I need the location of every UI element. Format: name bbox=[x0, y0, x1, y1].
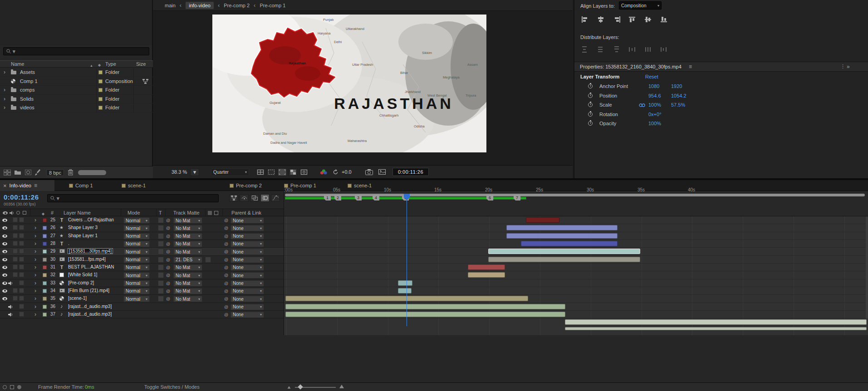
matte-pickwhip-icon[interactable] bbox=[166, 217, 170, 223]
label-color-chip[interactable] bbox=[98, 70, 103, 74]
tab-label[interactable]: Comp 1 bbox=[75, 183, 93, 188]
layer-name[interactable]: [scene-1] bbox=[68, 296, 87, 301]
resolution-dropdown[interactable]: Quarter bbox=[211, 168, 249, 176]
project-column-headers[interactable]: Name Type Size bbox=[0, 60, 153, 68]
table-row[interactable]: 37 [rajast...d_audio.mp3] None bbox=[0, 311, 284, 318]
blend-mode-dropdown[interactable]: Normal bbox=[123, 296, 150, 302]
parent-pickwhip-icon[interactable] bbox=[224, 272, 228, 278]
draft-mode-icon[interactable] bbox=[10, 385, 14, 389]
trash-icon[interactable] bbox=[68, 169, 73, 176]
layer-name[interactable]: [rajast...d_audio.mp3] bbox=[68, 312, 112, 317]
table-row[interactable]: 33 [Pre-comp 2] Normal No Mat None bbox=[0, 279, 284, 287]
trkmat-toggle[interactable] bbox=[158, 296, 164, 302]
align-right-icon[interactable] bbox=[612, 15, 622, 24]
parent-pickwhip-icon[interactable] bbox=[224, 241, 228, 246]
label-color-chip[interactable] bbox=[43, 258, 47, 262]
matte-pickwhip-icon[interactable] bbox=[166, 280, 170, 286]
matte-pickwhip-icon[interactable] bbox=[166, 225, 170, 230]
matte-pickwhip-icon[interactable] bbox=[166, 264, 170, 270]
distribute-right-icon[interactable] bbox=[659, 45, 669, 54]
layer-duration-bar[interactable] bbox=[488, 257, 640, 262]
project-row-videos[interactable]: videos Folder bbox=[0, 103, 153, 112]
column-name[interactable]: Name bbox=[11, 61, 24, 67]
layer-name[interactable]: [153581...fps.mp4] bbox=[68, 257, 106, 262]
expand-arrow-icon[interactable] bbox=[34, 217, 36, 223]
project-search-input[interactable] bbox=[3, 47, 149, 55]
viewer-timecode[interactable]: 0:00:11:26 bbox=[392, 168, 429, 176]
shy-layers-icon[interactable] bbox=[240, 194, 249, 202]
layer-name[interactable]: [rajast...d_audio.mp3] bbox=[68, 304, 112, 309]
parent-dropdown[interactable]: None bbox=[230, 249, 264, 255]
channel-colors-icon[interactable] bbox=[320, 169, 327, 175]
blend-mode-dropdown[interactable]: Normal bbox=[123, 288, 150, 294]
parent-dropdown[interactable]: None bbox=[230, 280, 264, 287]
property-value[interactable]: 100% bbox=[648, 121, 661, 126]
blend-mode-dropdown[interactable]: Normal bbox=[123, 225, 150, 231]
expand-arrow-icon[interactable] bbox=[4, 96, 5, 102]
align-bottom-icon[interactable] bbox=[659, 15, 669, 24]
item-name[interactable]: Comp 1 bbox=[20, 78, 38, 84]
audio-speaker-icon[interactable] bbox=[8, 305, 13, 309]
label-color-chip[interactable] bbox=[98, 88, 103, 92]
layer-duration-bar[interactable] bbox=[468, 272, 505, 278]
trkmat-toggle[interactable] bbox=[158, 280, 164, 286]
matte-pickwhip-icon[interactable] bbox=[166, 233, 170, 239]
parent-pickwhip-icon[interactable] bbox=[224, 264, 228, 270]
video-column-icon[interactable] bbox=[3, 211, 8, 215]
project-row-comps[interactable]: comps Folder bbox=[0, 86, 153, 95]
tab-pre-comp-2[interactable]: Pre-comp 2 bbox=[230, 180, 262, 191]
distribute-bottom-icon[interactable] bbox=[612, 45, 622, 54]
align-left-icon[interactable] bbox=[580, 15, 590, 24]
property-value[interactable]: 0x+0° bbox=[648, 112, 662, 117]
search-options-caret-icon[interactable] bbox=[13, 49, 15, 54]
item-name[interactable]: Assets bbox=[20, 69, 35, 75]
stopwatch-icon[interactable] bbox=[588, 103, 593, 107]
trkmat-toggle[interactable] bbox=[158, 241, 164, 247]
trkmat-toggle[interactable] bbox=[158, 249, 164, 254]
parent-link-column-header[interactable]: Parent & Link bbox=[231, 210, 261, 215]
parent-dropdown[interactable]: None bbox=[230, 217, 264, 224]
parent-dropdown[interactable]: None bbox=[230, 296, 264, 302]
visibility-eye-icon[interactable] bbox=[2, 219, 7, 222]
expand-arrow-icon[interactable] bbox=[4, 87, 5, 93]
parent-pickwhip-icon[interactable] bbox=[224, 225, 228, 230]
layer-name[interactable]: [Film Burn (21).mp4] bbox=[68, 288, 109, 293]
blend-mode-dropdown[interactable]: Normal bbox=[123, 280, 150, 287]
breadcrumb-item-main[interactable]: main bbox=[165, 3, 176, 8]
tab-label[interactable]: Pre-comp 2 bbox=[236, 183, 262, 188]
panel-menu-icon[interactable] bbox=[34, 182, 37, 189]
item-name[interactable]: videos bbox=[20, 105, 34, 110]
layer-duration-bar[interactable] bbox=[565, 319, 867, 325]
t-column-header[interactable]: T bbox=[159, 210, 162, 215]
table-row[interactable]: 31 BEST PL...AJASTHAN Normal No Mat None bbox=[0, 264, 284, 271]
track-matte-dropdown[interactable]: No Mat bbox=[173, 249, 202, 255]
expand-arrow-icon[interactable] bbox=[34, 295, 36, 302]
label-color-chip[interactable] bbox=[43, 297, 47, 301]
layer-duration-bar[interactable] bbox=[468, 264, 505, 270]
parent-pickwhip-icon[interactable] bbox=[224, 217, 228, 223]
stopwatch-icon[interactable] bbox=[588, 121, 593, 126]
trkmat-toggle[interactable] bbox=[158, 288, 164, 294]
composition-viewport[interactable]: Rajasthan RAJASTHAN Punjab Uttarakhand H… bbox=[153, 11, 573, 165]
matte-pickwhip-icon[interactable] bbox=[166, 296, 170, 301]
bit-depth-button[interactable]: 8 bpc bbox=[46, 169, 64, 176]
distribute-top-icon[interactable] bbox=[580, 45, 590, 54]
layer-name[interactable]: Covers ...Of Rajasthan bbox=[68, 217, 114, 222]
playhead-line[interactable] bbox=[407, 200, 407, 326]
blend-mode-dropdown[interactable]: Normal bbox=[123, 217, 150, 224]
matte-pickwhip-icon[interactable] bbox=[166, 257, 170, 262]
expand-arrow-icon[interactable] bbox=[34, 288, 36, 294]
expand-arrow-icon[interactable] bbox=[34, 256, 36, 263]
layer-duration-bar[interactable] bbox=[565, 327, 867, 330]
trkmat-toggle[interactable] bbox=[158, 272, 164, 278]
layer-duration-bar[interactable] bbox=[488, 249, 640, 254]
zoom-out-icon[interactable] bbox=[288, 386, 291, 389]
label-color-chip[interactable] bbox=[43, 242, 47, 246]
audio-speaker-icon[interactable] bbox=[8, 313, 13, 317]
tab-comp-1[interactable]: Comp 1 bbox=[69, 180, 93, 191]
solo-column-icon[interactable] bbox=[16, 211, 20, 215]
expand-arrow-icon[interactable] bbox=[34, 248, 36, 254]
distribute-vertical-center-icon[interactable] bbox=[596, 45, 606, 54]
audio-column-icon[interactable] bbox=[10, 211, 14, 215]
layer-name[interactable]: . bbox=[68, 241, 69, 246]
